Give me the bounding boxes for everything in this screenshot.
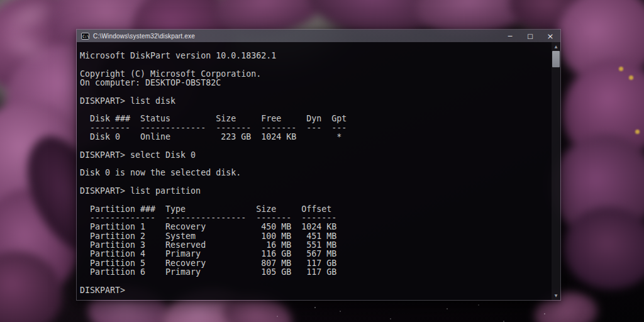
console-line: Partition ### Type Size Offset <box>80 205 551 214</box>
console-text: Microsoft DiskPart version 10.0.18362.1 … <box>77 42 551 300</box>
scroll-down-icon[interactable]: ▼ <box>552 291 560 299</box>
console-line: Partition 1 Recovery 450 MB 1024 KB <box>80 223 551 231</box>
console-line <box>80 87 551 96</box>
console-line: Microsoft DiskPart version 10.0.18362.1 <box>80 52 551 60</box>
console-line: Partition 4 Primary 116 GB 567 MB <box>80 250 551 258</box>
console-line <box>80 178 551 187</box>
console-line <box>80 106 551 114</box>
scroll-up-icon[interactable]: ▲ <box>552 42 560 50</box>
console-output-area[interactable]: Microsoft DiskPart version 10.0.18362.1 … <box>77 42 560 300</box>
console-line <box>80 60 551 69</box>
console-line <box>80 196 551 204</box>
console-line: DISKPART> list partition <box>80 187 551 196</box>
console-line: Disk 0 is now the selected disk. <box>80 169 551 177</box>
flower-stamen <box>619 67 623 71</box>
title-bar[interactable]: C:\ C:\Windows\system32\diskpart.exe ─ □… <box>77 30 560 42</box>
scrollbar[interactable]: ▲ ▼ <box>552 42 560 300</box>
console-line: Copyright (C) Microsoft Corporation. <box>80 70 551 79</box>
window-title: C:\Windows\system32\diskpart.exe <box>93 33 500 40</box>
console-line: Partition 2 System 100 MB 451 MB <box>80 232 551 241</box>
console-line: Disk 0 Online 223 GB 1024 KB * <box>80 133 551 142</box>
console-line: DISKPART> select Disk 0 <box>80 151 551 160</box>
console-line: On computer: DESKTOP-OBST82C <box>80 79 551 87</box>
console-line: Partition 6 Primary 105 GB 117 GB <box>80 268 551 277</box>
maximize-button[interactable]: □ <box>520 30 540 42</box>
console-line: -------- ------------- ------- ------- -… <box>80 124 551 133</box>
flower-stamen <box>629 75 633 80</box>
console-line: Partition 5 Recovery 807 MB 117 GB <box>80 259 551 268</box>
flower-stamen <box>635 130 640 134</box>
diskpart-console-window: C:\ C:\Windows\system32\diskpart.exe ─ □… <box>76 29 561 301</box>
minimize-button[interactable]: ─ <box>500 30 520 42</box>
console-line <box>80 277 551 286</box>
cmd-icon[interactable]: C:\ <box>81 33 89 40</box>
console-prompt-line: DISKPART> <box>80 286 551 295</box>
console-line: Partition 3 Reserved 16 MB 551 MB <box>80 241 551 250</box>
console-line: ------------- ---------------- ------- -… <box>80 214 551 223</box>
console-line <box>80 142 551 150</box>
console-line: Disk ### Status Size Free Dyn Gpt <box>80 114 551 123</box>
dust-speckles <box>314 307 316 308</box>
close-button[interactable]: × <box>540 30 560 42</box>
console-line: DISKPART> list disk <box>80 97 551 106</box>
console-line <box>80 160 551 169</box>
scrollbar-thumb[interactable] <box>552 51 560 67</box>
